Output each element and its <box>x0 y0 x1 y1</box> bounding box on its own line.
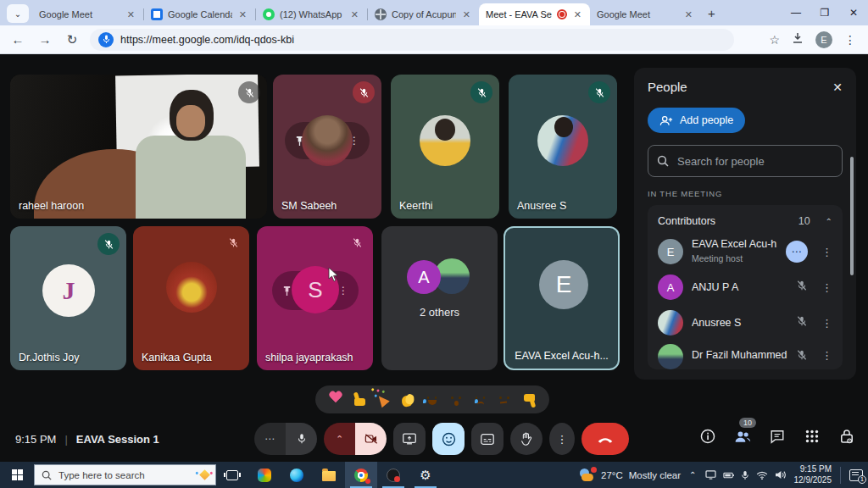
battery-tray-icon[interactable] <box>723 471 734 480</box>
tab-google-calendar[interactable]: Google Calendar - W ✕ <box>144 3 255 25</box>
minimize-button[interactable]: — <box>782 0 810 25</box>
pin-icon[interactable] <box>282 286 292 297</box>
start-button[interactable] <box>0 469 34 480</box>
chat-icon[interactable] <box>768 427 787 446</box>
restore-button[interactable]: ❐ <box>810 0 839 25</box>
close-tab-icon[interactable]: ✕ <box>683 9 694 20</box>
people-icon[interactable]: 10 <box>733 427 752 446</box>
new-tab-button[interactable]: + <box>708 6 715 20</box>
thinking-face-icon[interactable] <box>496 391 513 408</box>
avatar <box>658 344 683 369</box>
tears-of-joy-icon[interactable] <box>424 391 441 408</box>
end-call-button[interactable] <box>581 423 629 455</box>
tab-meet-eava-active[interactable]: Meet - EAVA Sess ✕ <box>479 3 590 25</box>
mic-tray-icon[interactable] <box>741 470 749 480</box>
tab-whatsapp[interactable]: (12) WhatsApp Busin ✕ <box>256 3 367 25</box>
wifi-tray-icon[interactable] <box>756 471 768 480</box>
mic-muted-icon <box>353 81 375 103</box>
participant-name: Dr Fazil Muhammed <box>692 349 787 361</box>
participant-row-fazil[interactable]: Dr Fazil Muhammed ⋮ <box>648 341 843 369</box>
video-tile-anusree-s[interactable]: Anusree S <box>509 75 617 219</box>
file-explorer-button[interactable] <box>313 462 345 488</box>
close-tab-icon[interactable]: ✕ <box>349 9 360 20</box>
video-tile-self-eava[interactable]: E EAVA Excel Acu-h... <box>504 226 620 370</box>
tile-menu-icon[interactable]: ⋮ <box>338 285 348 297</box>
participant-row-you[interactable]: E EAVA Excel Acu-h... (You) Meeting host… <box>648 234 843 269</box>
folder-icon <box>322 471 336 481</box>
participant-menu-icon[interactable]: ⋮ <box>821 281 832 294</box>
video-options-icon[interactable]: ⌃ <box>324 423 355 455</box>
close-tab-icon[interactable]: ✕ <box>461 9 472 20</box>
captions-button[interactable] <box>471 423 504 455</box>
profile-avatar[interactable]: E <box>815 31 832 48</box>
activities-grid-icon[interactable] <box>803 427 821 446</box>
video-tile-kanikaa-gupta[interactable]: Kanikaa Gupta <box>133 226 249 370</box>
video-tile-shilpa-jayaprakash[interactable]: ⋮ S shilpa jayaprakash <box>257 226 373 370</box>
astonished-face-icon[interactable] <box>448 391 465 408</box>
video-tile-keerthi[interactable]: Keerthi <box>391 75 499 219</box>
chrome-button[interactable] <box>345 462 377 488</box>
recorder-app-button[interactable] <box>377 462 409 488</box>
close-tab-icon[interactable]: ✕ <box>572 9 583 20</box>
reactions-button[interactable] <box>432 423 465 455</box>
notification-center-icon[interactable]: 1 <box>849 469 863 481</box>
video-tile-raheel-haroon[interactable]: raheel haroon <box>10 75 267 219</box>
copilot-button[interactable] <box>248 462 281 488</box>
search-people-input[interactable]: Search for people <box>648 145 843 177</box>
reload-icon[interactable]: ↻ <box>63 32 81 47</box>
audio-options-icon[interactable]: ⋯ <box>254 423 286 455</box>
tab-google-meet-2[interactable]: Google Meet ✕ <box>590 3 701 25</box>
tab-search-button[interactable]: ⌄ <box>7 4 29 23</box>
back-icon[interactable]: ← <box>8 32 27 47</box>
more-options-button[interactable]: ⋮ <box>549 423 575 455</box>
contributors-header[interactable]: Contributors 10 ⌃ <box>648 208 843 234</box>
close-window-button[interactable]: ✕ <box>839 0 868 25</box>
task-view-button[interactable] <box>216 462 248 488</box>
participant-row-anusree[interactable]: Anusree S ⋮ <box>648 305 843 341</box>
close-panel-icon[interactable]: ✕ <box>832 80 843 94</box>
participant-row-anju[interactable]: A ANJU P A ⋮ <box>648 269 843 305</box>
edge-button[interactable] <box>281 462 313 488</box>
download-icon[interactable] <box>792 32 804 47</box>
video-tile-sm-sabeeh[interactable]: ⋮ SM Sabeeh <box>273 75 381 219</box>
recorder-icon <box>387 469 400 482</box>
thumbs-down-icon[interactable] <box>520 391 537 408</box>
site-mic-permission-icon[interactable] <box>98 32 114 47</box>
close-tab-icon[interactable]: ✕ <box>237 9 248 20</box>
sparkling-heart-icon[interactable] <box>327 391 344 408</box>
forward-icon[interactable]: → <box>36 32 54 47</box>
tray-expand-icon[interactable]: ⌃ <box>689 470 696 480</box>
host-audio-indicator-icon[interactable]: ⋯ <box>786 241 808 263</box>
display-tray-icon[interactable] <box>705 470 716 480</box>
mic-button[interactable] <box>286 423 317 455</box>
address-bar[interactable]: https://meet.google.com/idq-qdos-kbi <box>90 29 734 51</box>
video-tile-dr-jothis-joy[interactable]: J Dr.Jothis Joy <box>10 226 126 370</box>
participant-menu-icon[interactable]: ⋮ <box>821 317 832 330</box>
weather-widget[interactable]: 27°C Mostly clear <box>580 469 681 482</box>
browser-menu-icon[interactable]: ⋮ <box>844 33 856 47</box>
host-controls-lock-icon[interactable] <box>837 427 856 446</box>
clapping-hands-icon[interactable] <box>400 391 417 408</box>
taskbar-search-input[interactable]: Type here to search <box>34 464 216 485</box>
bookmark-star-icon[interactable]: ☆ <box>769 33 780 47</box>
panel-scrollbar[interactable] <box>850 157 854 275</box>
thumbs-up-icon[interactable] <box>352 391 369 408</box>
participant-menu-icon[interactable]: ⋮ <box>821 349 832 362</box>
crying-face-icon[interactable] <box>472 391 489 408</box>
video-tile-2-others[interactable]: A 2 others <box>381 226 498 370</box>
taskbar-clock[interactable]: 9:15 PM 12/9/2025 <box>794 464 832 485</box>
participant-menu-icon[interactable]: ⋮ <box>821 246 832 258</box>
avatar-initial: A <box>407 260 441 294</box>
tab-acupuncture[interactable]: Copy of Acupuncture ✕ <box>368 3 479 25</box>
add-people-button[interactable]: Add people <box>648 108 745 133</box>
present-screen-button[interactable] <box>393 423 426 455</box>
tab-google-meet-1[interactable]: Google Meet ✕ <box>32 3 143 25</box>
raise-hand-button[interactable] <box>510 423 542 455</box>
chevron-up-icon[interactable]: ⌃ <box>826 217 832 226</box>
settings-button[interactable]: ⚙ <box>409 462 442 488</box>
close-tab-icon[interactable]: ✕ <box>125 9 136 20</box>
camera-off-button[interactable] <box>355 423 387 455</box>
volume-tray-icon[interactable] <box>775 470 786 480</box>
meeting-details-icon[interactable] <box>698 427 717 446</box>
party-popper-icon[interactable] <box>376 391 392 408</box>
